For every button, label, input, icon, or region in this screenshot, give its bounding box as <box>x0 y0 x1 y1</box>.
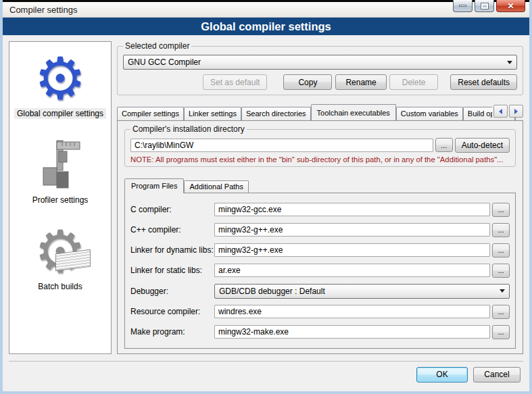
minimize-icon <box>459 5 466 7</box>
field-label: Resource compiler: <box>130 307 214 316</box>
browse-button[interactable]: ... <box>492 203 510 217</box>
tab-additional-paths[interactable]: Additional Paths <box>184 180 249 193</box>
copy-button[interactable]: Copy <box>283 74 332 90</box>
tab-scroll-left-button[interactable] <box>493 105 508 118</box>
field-label: Linker for dynamic libs: <box>130 245 214 255</box>
compiler-settings-dialog: Compiler settings ✕ Global compiler sett… <box>0 0 532 394</box>
blue-gear-icon: ⚙ <box>34 50 86 107</box>
debugger-select-value: GDB/CDB debugger : Default <box>219 287 325 296</box>
settings-sidebar: ⚙ Global compiler settings <box>9 41 112 354</box>
installation-directory-input[interactable] <box>130 139 433 152</box>
installation-directory-group: Compiler's installation directory ... Au… <box>124 129 516 167</box>
set-as-default-button[interactable]: Set as default <box>203 74 267 90</box>
ok-button[interactable]: OK <box>416 367 468 383</box>
field-row-c-compiler: C compiler: ... <box>130 203 510 217</box>
window-controls: ✕ <box>453 0 525 12</box>
browse-button[interactable]: ... <box>492 325 510 339</box>
cancel-button[interactable]: Cancel <box>473 367 521 383</box>
group-label: Selected compiler <box>123 41 191 51</box>
close-icon: ✕ <box>507 2 514 10</box>
dropdown-arrow-icon <box>500 289 505 293</box>
titlebar[interactable]: Compiler settings ✕ <box>3 0 529 18</box>
browse-button[interactable]: ... <box>492 223 510 237</box>
field-row-cpp-compiler: C++ compiler: ... <box>130 223 510 237</box>
delete-button[interactable]: Delete <box>389 74 439 90</box>
browse-button[interactable]: ... <box>492 243 510 257</box>
page-title: Global compiler settings <box>3 18 529 36</box>
debugger-select[interactable]: GDB/CDB debugger : Default <box>214 284 510 299</box>
cpp-compiler-input[interactable] <box>214 223 490 237</box>
content-area: ⚙ Global compiler settings <box>3 36 529 361</box>
field-label: C++ compiler: <box>130 225 214 235</box>
sidebar-item-batch-builds[interactable]: ⚙ Batch builds <box>34 223 86 292</box>
auto-detect-button[interactable]: Auto-detect <box>455 138 510 153</box>
field-label: C compiler: <box>130 205 214 214</box>
arrow-left-icon <box>499 109 502 114</box>
program-files-panel: C compiler: ... C++ compiler: ... Linker… <box>124 193 516 349</box>
field-row-resource-compiler: Resource compiler: ... <box>130 305 510 319</box>
compiler-buttons-row: Set as default Copy Rename Delete Reset … <box>123 74 517 90</box>
field-row-debugger: Debugger: GDB/CDB debugger : Default <box>130 284 510 299</box>
field-row-dynamic-linker: Linker for dynamic libs: ... <box>130 243 510 257</box>
reset-defaults-button[interactable]: Reset defaults <box>450 74 517 90</box>
gear-stack-icon: ⚙ <box>34 223 86 280</box>
close-button[interactable]: ✕ <box>496 0 525 12</box>
resource-compiler-input[interactable] <box>214 305 490 318</box>
arrow-right-icon <box>514 109 518 114</box>
note-text: NOTE: All programs must exist either in … <box>130 155 510 164</box>
tab-compiler-settings[interactable]: Compiler settings <box>117 107 184 120</box>
tab-scroll-right-button[interactable] <box>509 105 523 118</box>
caliper-icon <box>37 137 84 193</box>
dropdown-arrow-icon <box>507 61 512 64</box>
minimize-button[interactable] <box>453 0 473 12</box>
field-row-static-linker: Linker for static libs: ... <box>130 264 510 278</box>
sidebar-item-global-compiler-settings[interactable]: ⚙ Global compiler settings <box>14 50 106 119</box>
installation-directory-row: ... Auto-detect <box>130 138 510 153</box>
maximize-button[interactable] <box>475 0 494 12</box>
field-row-make-program: Make program: ... <box>130 325 510 339</box>
compiler-select[interactable]: GNU GCC Compiler <box>123 55 517 70</box>
settings-tabs: Compiler settings Linker settings Search… <box>117 103 523 120</box>
selected-compiler-group: Selected compiler GNU GCC Compiler Set a… <box>117 46 523 95</box>
main-panel: Selected compiler GNU GCC Compiler Set a… <box>117 41 523 354</box>
browse-button[interactable]: ... <box>492 305 510 319</box>
maximize-icon <box>481 3 488 9</box>
toolchain-executables-panel: Compiler's installation directory ... Au… <box>117 120 523 354</box>
field-label: Debugger: <box>130 287 214 296</box>
sidebar-item-label: Profiler settings <box>30 195 91 205</box>
tab-linker-settings[interactable]: Linker settings <box>184 107 241 120</box>
tab-program-files[interactable]: Program Files <box>124 178 184 193</box>
compiler-select-value: GNU GCC Compiler <box>128 57 201 67</box>
tab-search-directories[interactable]: Search directories <box>241 107 311 120</box>
dynamic-linker-input[interactable] <box>214 243 490 257</box>
make-program-input[interactable] <box>214 325 490 339</box>
rename-button[interactable]: Rename <box>335 74 386 90</box>
c-compiler-input[interactable] <box>214 203 490 216</box>
sidebar-item-profiler-settings[interactable]: Profiler settings <box>30 137 91 205</box>
window-title: Compiler settings <box>9 5 77 15</box>
static-linker-input[interactable] <box>214 264 490 277</box>
tab-toolchain-executables[interactable]: Toolchain executables <box>311 104 396 120</box>
tab-custom-variables[interactable]: Custom variables <box>396 107 463 120</box>
field-label: Linker for static libs: <box>130 266 214 275</box>
dialog-footer: OK Cancel <box>3 362 529 391</box>
program-tabs: Program Files Additional Paths <box>124 178 516 193</box>
browse-directory-button[interactable]: ... <box>435 138 453 152</box>
group-label: Compiler's installation directory <box>130 124 247 134</box>
browse-button[interactable]: ... <box>492 264 510 278</box>
tab-scroll-arrows <box>492 105 523 118</box>
field-label: Make program: <box>130 327 214 337</box>
